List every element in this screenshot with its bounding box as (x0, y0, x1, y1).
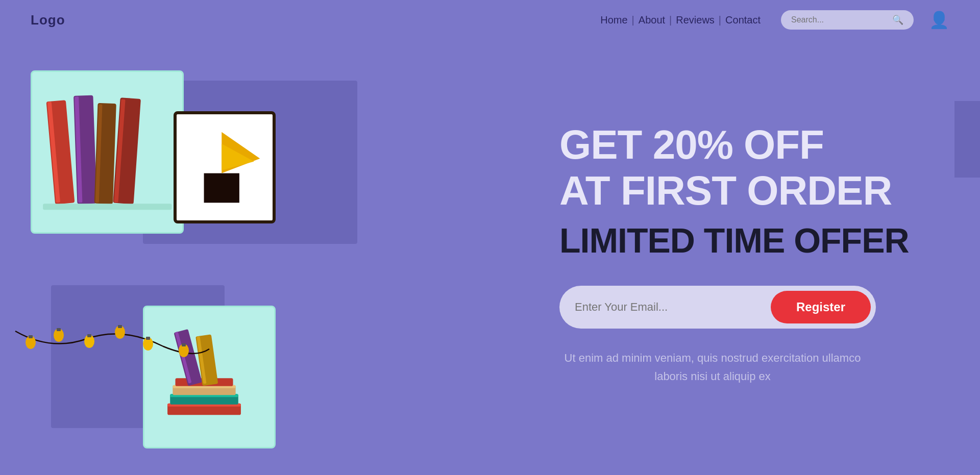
register-button[interactable]: Register (771, 291, 871, 323)
svg-rect-10 (204, 173, 239, 203)
svg-rect-29 (87, 334, 91, 337)
nav-separator-2: | (669, 14, 672, 26)
string-lights (10, 321, 214, 387)
nav-separator-3: | (719, 14, 721, 26)
svg-rect-27 (57, 328, 61, 331)
promo-line2: AT FIRST ORDER (559, 169, 939, 212)
search-icon: 🔍 (892, 14, 903, 26)
promo-description: Ut enim ad minim veniam, quis nostrud ex… (559, 349, 866, 385)
logo[interactable]: Logo (31, 12, 65, 28)
art-illustration (177, 114, 273, 220)
user-icon[interactable]: 👤 (929, 10, 949, 30)
nav-item-reviews[interactable]: Reviews (676, 14, 715, 26)
deco-rect-right (954, 101, 980, 178)
svg-rect-25 (29, 335, 33, 338)
svg-rect-33 (146, 337, 150, 340)
svg-rect-35 (182, 343, 186, 346)
email-input[interactable] (575, 301, 771, 314)
promo-title: GET 20% OFF AT FIRST ORDER (559, 123, 939, 220)
hero-illustration (0, 40, 539, 469)
nav-links: Home | About | Reviews | Contact (600, 14, 761, 26)
promo-line3: LIMITED TIME OFFER (559, 220, 939, 260)
nav-item-contact[interactable]: Contact (725, 14, 761, 26)
search-input[interactable] (791, 15, 892, 24)
svg-rect-8 (43, 204, 172, 210)
nav-separator-1: | (632, 14, 634, 26)
promo-line1: GET 20% OFF (559, 123, 939, 166)
frame-art (174, 111, 276, 223)
nav-link-contact[interactable]: Contact (725, 14, 761, 26)
nav-item-about[interactable]: About (639, 14, 665, 26)
nav-item-home[interactable]: Home (600, 14, 627, 26)
nav-link-home[interactable]: Home (600, 14, 627, 26)
nav-link-reviews[interactable]: Reviews (676, 14, 715, 26)
hero-content: GET 20% OFF AT FIRST ORDER LIMITED TIME … (539, 40, 980, 469)
frame-books-large (31, 70, 184, 234)
svg-rect-31 (118, 325, 122, 328)
books-illustration-large (40, 80, 175, 224)
search-bar[interactable]: 🔍 (781, 10, 914, 30)
nav-link-about[interactable]: About (639, 14, 665, 26)
navbar: Logo Home | About | Reviews | Contact 🔍 … (0, 0, 980, 40)
hero-section: GET 20% OFF AT FIRST ORDER LIMITED TIME … (0, 40, 980, 469)
email-form[interactable]: Register (559, 286, 876, 329)
